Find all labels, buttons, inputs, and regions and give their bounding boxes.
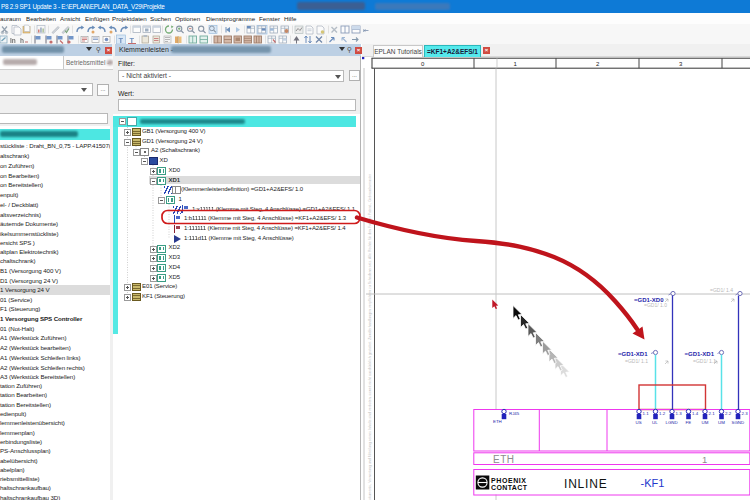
- svg-text:1.2: 1.2: [659, 411, 666, 416]
- svg-text:-KF1: -KF1: [641, 477, 665, 489]
- svg-text:ETH: ETH: [493, 454, 515, 465]
- svg-text:ETH: ETH: [493, 419, 502, 424]
- svg-text:RJ45: RJ45: [509, 411, 520, 416]
- svg-text:SGND: SGND: [732, 420, 745, 425]
- svg-text:UL: UL: [652, 420, 658, 425]
- svg-text:=GD1-XD1: =GD1-XD1: [618, 351, 648, 357]
- svg-text:=GD1/ 1.4: =GD1/ 1.4: [710, 287, 733, 293]
- svg-text:2.2: 2.2: [725, 411, 732, 416]
- svg-text:1: 1: [702, 454, 707, 465]
- svg-text:INLINE: INLINE: [564, 477, 607, 491]
- svg-text:=GD1/ 1.0: =GD1/ 1.0: [644, 302, 667, 308]
- svg-text:1.3: 1.3: [676, 411, 683, 416]
- svg-text:2.1: 2.1: [709, 411, 716, 416]
- svg-text:1.1: 1.1: [643, 411, 650, 416]
- svg-text:2.3: 2.3: [742, 411, 749, 416]
- svg-text:1.4: 1.4: [692, 411, 699, 416]
- svg-text:PHOENIX: PHOENIX: [491, 477, 526, 484]
- svg-text:ses Dokuments, Verwertung und: ses Dokuments, Verwertung und Mitteilung…: [368, 173, 372, 500]
- svg-text:US: US: [636, 420, 642, 425]
- svg-text:LGND: LGND: [666, 420, 678, 425]
- svg-text:UM: UM: [718, 420, 725, 425]
- svg-text:CONTACT: CONTACT: [491, 484, 528, 491]
- svg-text:=GD1/ 1.1: =GD1/ 1.1: [625, 358, 648, 364]
- svg-text:UM: UM: [702, 420, 709, 425]
- svg-text:=GD1-XD1: =GD1-XD1: [685, 351, 715, 357]
- svg-text:FE: FE: [686, 420, 692, 425]
- svg-text:=GD1/ 1.1: =GD1/ 1.1: [693, 358, 716, 364]
